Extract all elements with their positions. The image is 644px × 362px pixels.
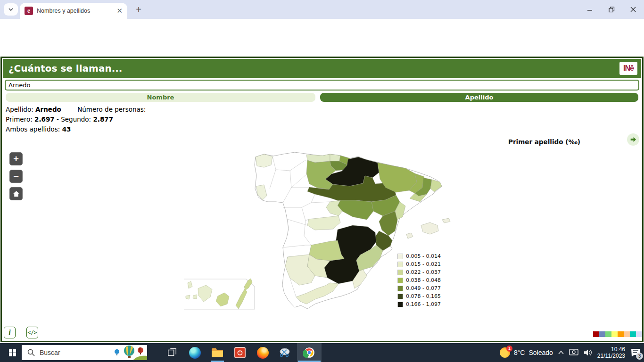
legend-swatch — [397, 294, 403, 299]
home-icon — [12, 190, 20, 198]
firefox-taskbar-button[interactable] — [252, 343, 273, 362]
palette-swatch — [624, 331, 630, 337]
legend-label: 0,166 - 1,097 — [406, 301, 441, 307]
screen: ē Nombres y apellidos ✕ + ← → ine.es/wid… — [0, 0, 644, 362]
legend-row: 0,166 - 1,097 — [397, 300, 441, 308]
legend-label: 0,022 - 0,037 — [406, 269, 441, 275]
weather-temp: 8°C — [514, 349, 525, 356]
search-icon — [27, 349, 35, 356]
l2-sep: - — [57, 115, 59, 123]
legend-label: 0,078 - 0,165 — [406, 293, 441, 299]
region-girona[interactable] — [430, 180, 442, 192]
l1-suffix: Número de personas: — [77, 106, 146, 113]
palette-swatch — [605, 331, 611, 337]
weather-badge: 1 — [506, 346, 512, 352]
region-lanzarote[interactable] — [244, 279, 252, 290]
info-button[interactable]: i — [4, 327, 16, 338]
power-app-icon — [234, 347, 246, 358]
next-map-arrow-button[interactable] — [627, 133, 639, 146]
browser-tab-active[interactable]: ē Nombres y apellidos ✕ — [20, 3, 127, 19]
legend-row: 0,078 - 0,165 — [397, 292, 441, 300]
legend-row: 0,015 - 0,021 — [397, 260, 441, 268]
page-title: ¿Cuántos se llaman... — [3, 59, 641, 78]
taskbar: Buscar — [0, 343, 644, 362]
legend-label: 0,005 - 0,014 — [406, 253, 441, 259]
system-tray: 1 8°C Soleado 10:46 21/11/2023 3 — [500, 343, 644, 362]
cast-icon[interactable] — [569, 349, 578, 356]
l2-value1: 2.697 — [34, 115, 55, 123]
l2-label1: Primero: — [6, 115, 33, 123]
ine-favicon-icon: ē — [25, 7, 33, 15]
browser-tab-strip: ē Nombres y apellidos ✕ + — [0, 0, 644, 19]
tab-nombre[interactable]: Nombre — [6, 93, 315, 102]
snipping-tool-taskbar-button[interactable] — [274, 343, 296, 362]
legend-swatch — [397, 254, 403, 259]
window-controls — [579, 0, 644, 19]
taskbar-clock[interactable]: 10:46 21/11/2023 — [597, 346, 625, 359]
palette-swatch — [636, 331, 642, 337]
start-button[interactable] — [4, 343, 21, 362]
legend-row: 0,038 - 0,048 — [397, 276, 441, 284]
file-explorer-icon — [211, 347, 223, 358]
file-explorer-taskbar-button[interactable] — [206, 343, 228, 362]
clock-time: 10:46 — [597, 346, 625, 353]
name-search-input[interactable] — [5, 80, 639, 90]
palette-swatch — [618, 331, 624, 337]
minimize-button[interactable] — [579, 0, 601, 19]
search-balloons-decoration-icon — [112, 345, 147, 360]
map-title: Primer apellido (‰) — [508, 138, 580, 146]
firefox-icon — [257, 347, 269, 359]
restore-button[interactable] — [601, 0, 622, 19]
region-menorca[interactable] — [442, 218, 450, 223]
map-home-button[interactable] — [9, 187, 23, 200]
tab-list-chevron-button[interactable] — [4, 3, 18, 16]
region-gomera[interactable] — [193, 295, 197, 299]
weather-condition: Soleado — [528, 349, 553, 356]
palette-swatch — [630, 331, 636, 337]
map-zoom-in-button[interactable]: + — [9, 152, 23, 165]
arrow-right-icon — [629, 136, 637, 143]
region-ibiza[interactable] — [406, 233, 413, 239]
palette-swatch — [599, 331, 605, 337]
close-window-button[interactable] — [622, 0, 644, 19]
chevron-down-icon — [8, 7, 14, 12]
l3-value: 43 — [62, 125, 71, 133]
widget-header: ¿Cuántos se llaman... INē — [3, 59, 641, 78]
new-tab-button[interactable]: + — [133, 4, 144, 16]
l1-label: Apellido: — [6, 106, 33, 113]
taskbar-search-box[interactable]: Buscar — [22, 345, 147, 360]
embed-code-button[interactable]: </> — [26, 327, 38, 338]
legend-label: 0,038 - 0,048 — [406, 277, 441, 283]
region-acoruna[interactable] — [256, 154, 272, 167]
tab-apellido[interactable]: Apellido — [320, 93, 638, 102]
region-lapalma[interactable] — [188, 281, 192, 288]
clock-date: 21/11/2023 — [597, 353, 625, 359]
tab-close-icon[interactable]: ✕ — [116, 7, 123, 15]
tray-chevron-up-icon[interactable] — [558, 350, 564, 355]
map-legend: 0,005 - 0,014 0,015 - 0,021 0,022 - 0,03… — [397, 252, 441, 308]
region-tenerife[interactable] — [198, 285, 212, 302]
search-placeholder: Buscar — [40, 349, 112, 356]
palette-swatch — [611, 331, 618, 337]
map-zoom-out-button[interactable]: − — [9, 170, 23, 183]
region-fuerteventura[interactable] — [236, 289, 247, 309]
volume-icon[interactable] — [583, 349, 593, 356]
legend-row: 0,022 - 0,037 — [397, 268, 441, 276]
palette-swatch — [593, 331, 599, 337]
task-view-button[interactable] — [161, 343, 183, 362]
legend-label: 0,015 - 0,021 — [406, 261, 441, 267]
ine-logo[interactable]: INē — [619, 62, 637, 75]
edge-icon — [189, 347, 201, 359]
region-hierro[interactable] — [186, 295, 190, 299]
tab-title: Nombres y apellidos — [37, 8, 113, 14]
edge-taskbar-button[interactable] — [184, 343, 206, 362]
weather-widget[interactable]: 1 8°C Soleado — [500, 347, 553, 358]
legend-swatch — [397, 286, 403, 291]
region-mallorca[interactable] — [421, 222, 438, 234]
restore-icon — [609, 7, 615, 13]
chrome-taskbar-button-active[interactable] — [297, 343, 322, 362]
notification-center-button[interactable]: 3 — [630, 347, 641, 358]
color-palette-strip — [593, 331, 642, 337]
power-app-taskbar-button[interactable] — [229, 343, 251, 362]
region-grancanaria[interactable] — [216, 293, 229, 306]
